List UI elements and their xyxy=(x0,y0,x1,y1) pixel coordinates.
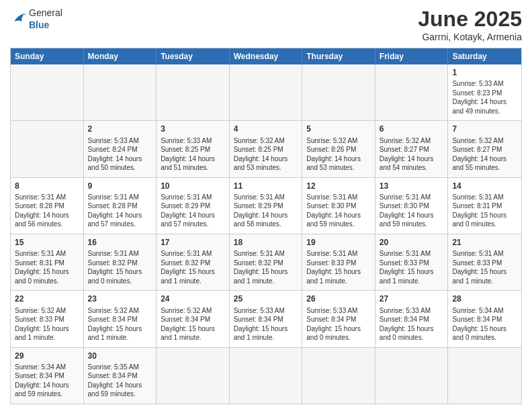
calendar-row: 15Sunrise: 5:31 AMSunset: 8:31 PMDayligh… xyxy=(11,234,521,290)
calendar-row: 1Sunrise: 5:33 AMSunset: 8:23 PMDaylight… xyxy=(11,64,521,120)
weekday-header-thursday: Thursday xyxy=(302,48,375,64)
day-number: 1 xyxy=(452,67,517,78)
empty-cell xyxy=(375,348,449,404)
empty-cell xyxy=(157,348,230,404)
day-cell-22: 22Sunrise: 5:32 AMSunset: 8:33 PMDayligh… xyxy=(11,291,84,347)
day-cell-25: 25Sunrise: 5:33 AMSunset: 8:34 PMDayligh… xyxy=(230,291,303,347)
day-number: 23 xyxy=(88,293,152,304)
weekday-header-monday: Monday xyxy=(84,48,157,64)
day-number: 14 xyxy=(452,181,517,191)
weekday-header-sunday: Sunday xyxy=(11,48,84,64)
day-number: 13 xyxy=(380,181,444,191)
calendar-header: SundayMondayTuesdayWednesdayThursdayFrid… xyxy=(11,48,521,64)
day-cell-16: 16Sunrise: 5:31 AMSunset: 8:32 PMDayligh… xyxy=(84,234,157,290)
day-number: 21 xyxy=(452,237,517,248)
day-number: 16 xyxy=(88,237,152,248)
empty-cell xyxy=(302,64,375,120)
day-number: 10 xyxy=(161,181,225,191)
day-number: 4 xyxy=(234,124,298,134)
weekday-header-wednesday: Wednesday xyxy=(230,48,303,64)
day-cell-27: 27Sunrise: 5:33 AMSunset: 8:34 PMDayligh… xyxy=(375,291,449,347)
day-cell-8: 8Sunrise: 5:31 AMSunset: 8:28 PMDaylight… xyxy=(11,178,84,234)
day-number: 3 xyxy=(161,124,225,134)
day-number: 12 xyxy=(306,181,371,191)
day-number: 17 xyxy=(161,237,225,248)
day-number: 11 xyxy=(234,181,298,191)
weekday-header-friday: Friday xyxy=(375,48,449,64)
logo-icon xyxy=(10,11,26,27)
empty-cell xyxy=(302,348,375,404)
day-number: 9 xyxy=(88,181,152,191)
day-number: 22 xyxy=(15,293,79,304)
empty-cell xyxy=(448,348,521,404)
calendar: SundayMondayTuesdayWednesdayThursdayFrid… xyxy=(10,48,522,404)
month-title: June 2025 xyxy=(418,7,522,32)
day-cell-15: 15Sunrise: 5:31 AMSunset: 8:31 PMDayligh… xyxy=(11,234,84,290)
day-cell-5: 5Sunrise: 5:32 AMSunset: 8:26 PMDaylight… xyxy=(302,121,375,177)
empty-cell xyxy=(84,64,157,120)
day-number: 29 xyxy=(15,351,79,361)
calendar-row: 22Sunrise: 5:32 AMSunset: 8:33 PMDayligh… xyxy=(11,290,521,347)
empty-cell xyxy=(375,64,449,120)
day-cell-24: 24Sunrise: 5:32 AMSunset: 8:34 PMDayligh… xyxy=(157,291,230,347)
day-cell-2: 2Sunrise: 5:33 AMSunset: 8:24 PMDaylight… xyxy=(84,121,157,177)
day-cell-10: 10Sunrise: 5:31 AMSunset: 8:29 PMDayligh… xyxy=(157,178,230,234)
day-number: 19 xyxy=(306,237,371,248)
weekday-header-saturday: Saturday xyxy=(448,48,521,64)
day-cell-3: 3Sunrise: 5:33 AMSunset: 8:25 PMDaylight… xyxy=(157,121,230,177)
day-number: 27 xyxy=(380,293,444,304)
day-cell-19: 19Sunrise: 5:31 AMSunset: 8:33 PMDayligh… xyxy=(302,234,375,290)
day-cell-9: 9Sunrise: 5:31 AMSunset: 8:28 PMDaylight… xyxy=(84,178,157,234)
day-number: 25 xyxy=(234,293,298,304)
day-cell-18: 18Sunrise: 5:31 AMSunset: 8:32 PMDayligh… xyxy=(230,234,303,290)
empty-cell xyxy=(230,348,303,404)
calendar-body: 1Sunrise: 5:33 AMSunset: 8:23 PMDaylight… xyxy=(11,64,521,404)
day-number: 6 xyxy=(380,124,444,134)
day-number: 2 xyxy=(88,124,152,134)
day-cell-20: 20Sunrise: 5:31 AMSunset: 8:33 PMDayligh… xyxy=(375,234,449,290)
logo-text: General Blue xyxy=(29,7,62,31)
day-number: 7 xyxy=(452,124,517,134)
title-block: June 2025 Garrni, Kotayk, Armenia xyxy=(418,7,522,42)
calendar-row: 8Sunrise: 5:31 AMSunset: 8:28 PMDaylight… xyxy=(11,177,521,234)
day-cell-1: 1Sunrise: 5:33 AMSunset: 8:23 PMDaylight… xyxy=(448,64,521,120)
day-cell-13: 13Sunrise: 5:31 AMSunset: 8:30 PMDayligh… xyxy=(375,178,449,234)
page: General Blue June 2025 Garrni, Kotayk, A… xyxy=(0,0,532,411)
day-cell-7: 7Sunrise: 5:32 AMSunset: 8:27 PMDaylight… xyxy=(448,121,521,177)
empty-cell xyxy=(11,64,84,120)
day-number: 8 xyxy=(15,181,79,191)
logo: General Blue xyxy=(10,7,62,31)
empty-cell xyxy=(11,121,84,177)
day-number: 30 xyxy=(88,351,152,361)
weekday-header-tuesday: Tuesday xyxy=(157,48,230,64)
day-cell-23: 23Sunrise: 5:32 AMSunset: 8:34 PMDayligh… xyxy=(84,291,157,347)
day-cell-4: 4Sunrise: 5:32 AMSunset: 8:25 PMDaylight… xyxy=(230,121,303,177)
day-cell-29: 29Sunrise: 5:34 AMSunset: 8:34 PMDayligh… xyxy=(11,348,84,404)
day-number: 18 xyxy=(234,237,298,248)
empty-cell xyxy=(157,64,230,120)
empty-cell xyxy=(230,64,303,120)
day-number: 15 xyxy=(15,237,79,248)
day-cell-14: 14Sunrise: 5:31 AMSunset: 8:31 PMDayligh… xyxy=(448,178,521,234)
day-cell-26: 26Sunrise: 5:33 AMSunset: 8:34 PMDayligh… xyxy=(302,291,375,347)
day-cell-6: 6Sunrise: 5:32 AMSunset: 8:27 PMDaylight… xyxy=(375,121,449,177)
location: Garrni, Kotayk, Armenia xyxy=(418,32,522,42)
day-cell-21: 21Sunrise: 5:31 AMSunset: 8:33 PMDayligh… xyxy=(448,234,521,290)
day-cell-28: 28Sunrise: 5:34 AMSunset: 8:34 PMDayligh… xyxy=(448,291,521,347)
day-number: 28 xyxy=(452,293,517,304)
day-number: 20 xyxy=(380,237,444,248)
day-cell-17: 17Sunrise: 5:31 AMSunset: 8:32 PMDayligh… xyxy=(157,234,230,290)
calendar-row: 2Sunrise: 5:33 AMSunset: 8:24 PMDaylight… xyxy=(11,120,521,177)
calendar-row: 29Sunrise: 5:34 AMSunset: 8:34 PMDayligh… xyxy=(11,347,521,404)
day-number: 24 xyxy=(161,293,225,304)
day-cell-11: 11Sunrise: 5:31 AMSunset: 8:29 PMDayligh… xyxy=(230,178,303,234)
day-cell-30: 30Sunrise: 5:35 AMSunset: 8:34 PMDayligh… xyxy=(84,348,157,404)
day-cell-12: 12Sunrise: 5:31 AMSunset: 8:30 PMDayligh… xyxy=(302,178,375,234)
day-number: 5 xyxy=(306,124,371,134)
header: General Blue June 2025 Garrni, Kotayk, A… xyxy=(10,7,522,42)
day-number: 26 xyxy=(306,293,371,304)
